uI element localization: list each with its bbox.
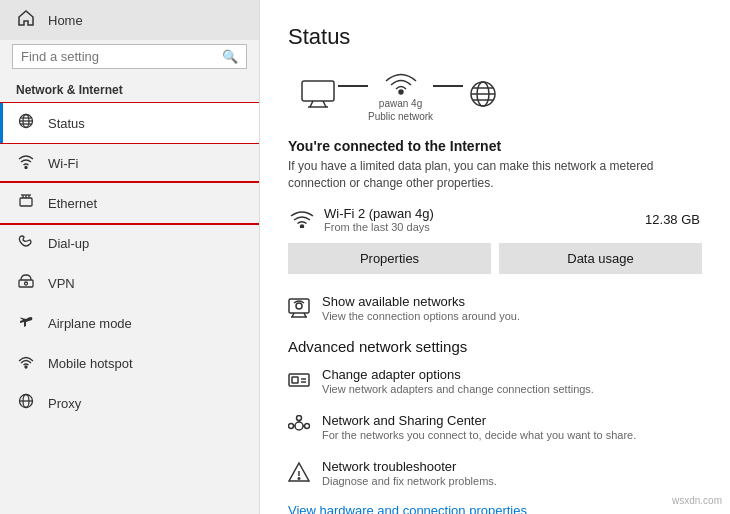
adv-heading: Advanced network settings [288, 338, 702, 355]
change-adapter-sub: View network adapters and change connect… [322, 383, 594, 395]
sidebar-item-home[interactable]: Home [0, 0, 259, 40]
home-label: Home [48, 13, 83, 28]
dialup-label: Dial-up [48, 236, 89, 251]
proxy-icon [16, 393, 36, 413]
show-networks-sub: View the connection options around you. [322, 310, 520, 322]
wifi-icon [16, 153, 36, 173]
pc-icon [298, 79, 338, 109]
sharing-icon [288, 415, 310, 440]
connection-row: Wi-Fi 2 (pawan 4g) From the last 30 days… [288, 206, 702, 233]
svg-rect-17 [302, 81, 334, 101]
sidebar-item-proxy[interactable]: Proxy [0, 383, 259, 423]
sidebar-item-hotspot[interactable]: Mobile hotspot [0, 343, 259, 383]
svg-rect-34 [292, 377, 298, 383]
show-networks-icon [288, 296, 310, 321]
warning-icon [288, 461, 310, 486]
svg-point-32 [296, 303, 302, 309]
adapter-icon [288, 369, 310, 394]
sharing-center-sub: For the networks you connect to, decide … [322, 429, 636, 441]
troubleshooter-sub: Diagnose and fix network problems. [322, 475, 497, 487]
diag-line-1 [338, 85, 368, 87]
router-icon: pawan 4g Public network [368, 66, 433, 122]
ethernet-icon [16, 193, 36, 213]
troubleshooter-item[interactable]: Network troubleshooter Diagnose and fix … [288, 457, 702, 489]
search-input[interactable] [21, 49, 222, 64]
svg-point-40 [297, 415, 302, 420]
dialup-icon [16, 233, 36, 253]
show-networks-title: Show available networks [322, 294, 520, 309]
conn-sub: From the last 30 days [324, 221, 434, 233]
troubleshooter-title: Network troubleshooter [322, 459, 497, 474]
diag-line-2 [433, 85, 463, 87]
connection-info: Wi-Fi 2 (pawan 4g) From the last 30 days [290, 206, 434, 233]
troubleshooter-content: Network troubleshooter Diagnose and fix … [322, 459, 497, 487]
home-icon [16, 10, 36, 30]
watermark: wsxdn.com [672, 495, 722, 506]
proxy-label: Proxy [48, 396, 81, 411]
svg-point-37 [295, 422, 303, 430]
airplane-icon [16, 313, 36, 333]
section-label: Network & Internet [0, 79, 259, 103]
properties-button[interactable]: Properties [288, 243, 491, 274]
page-title: Status [288, 24, 702, 50]
data-usage-button[interactable]: Data usage [499, 243, 702, 274]
svg-point-39 [305, 423, 310, 428]
svg-point-5 [25, 167, 27, 169]
status-subtext: If you have a limited data plan, you can… [288, 158, 668, 192]
sharing-center-content: Network and Sharing Center For the netwo… [322, 413, 636, 441]
sidebar-item-status[interactable]: Status [0, 103, 259, 143]
connection-details: Wi-Fi 2 (pawan 4g) From the last 30 days [324, 206, 434, 233]
svg-line-18 [310, 101, 313, 107]
link-hardware[interactable]: View hardware and connection properties [288, 503, 702, 514]
svg-point-21 [399, 90, 403, 94]
sidebar-item-wifi[interactable]: Wi-Fi [0, 143, 259, 183]
svg-point-45 [298, 477, 300, 479]
hotspot-icon [16, 353, 36, 373]
conn-name: Wi-Fi 2 (pawan 4g) [324, 206, 434, 221]
change-adapter-item[interactable]: Change adapter options View network adap… [288, 365, 702, 397]
status-label: Status [48, 116, 85, 131]
internet-icon [463, 79, 503, 109]
button-row: Properties Data usage [288, 243, 702, 274]
show-networks-content: Show available networks View the connect… [322, 294, 520, 322]
change-adapter-content: Change adapter options View network adap… [322, 367, 594, 395]
vpn-label: VPN [48, 276, 75, 291]
sidebar-item-airplane[interactable]: Airplane mode [0, 303, 259, 343]
globe-icon [16, 113, 36, 133]
sharing-center-title: Network and Sharing Center [322, 413, 636, 428]
sidebar-item-dialup[interactable]: Dial-up [0, 223, 259, 263]
wifi-conn-icon [290, 208, 314, 231]
ethernet-label: Ethernet [48, 196, 97, 211]
sharing-center-item[interactable]: Network and Sharing Center For the netwo… [288, 411, 702, 443]
network-name: pawan 4g [379, 98, 422, 109]
svg-rect-6 [20, 198, 32, 206]
hotspot-label: Mobile hotspot [48, 356, 133, 371]
sidebar-item-ethernet[interactable]: Ethernet [0, 183, 259, 223]
search-icon: 🔍 [222, 49, 238, 64]
show-networks-item[interactable]: Show available networks View the connect… [288, 292, 702, 324]
conn-size: 12.38 GB [645, 212, 700, 227]
sidebar-item-vpn[interactable]: VPN [0, 263, 259, 303]
main-content: Status pawan 4g Public network [260, 0, 730, 514]
svg-line-19 [323, 101, 326, 107]
network-diagram: pawan 4g Public network [288, 66, 702, 122]
status-text: You're connected to the Internet [288, 138, 702, 154]
wifi-label: Wi-Fi [48, 156, 78, 171]
svg-point-38 [289, 423, 294, 428]
search-box[interactable]: 🔍 [12, 44, 247, 69]
svg-point-27 [301, 225, 304, 228]
airplane-label: Airplane mode [48, 316, 132, 331]
svg-point-13 [25, 366, 27, 368]
sidebar: Home 🔍 Network & Internet Status [0, 0, 260, 514]
vpn-icon [16, 273, 36, 293]
svg-point-12 [25, 282, 28, 285]
change-adapter-title: Change adapter options [322, 367, 594, 382]
network-type: Public network [368, 111, 433, 122]
svg-rect-11 [19, 280, 33, 287]
